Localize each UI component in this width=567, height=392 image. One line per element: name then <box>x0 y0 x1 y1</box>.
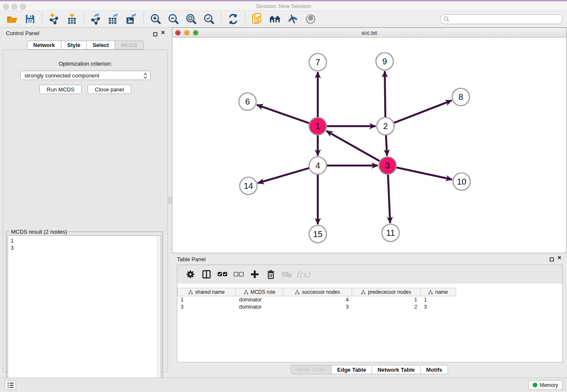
new-network-from-selection-button[interactable] <box>250 12 264 26</box>
application-window: Session: New Session <box>0 0 567 392</box>
apply-layout-button[interactable] <box>226 12 240 26</box>
float-window-icon[interactable] <box>550 256 554 263</box>
export-table-button[interactable] <box>107 12 121 26</box>
tab-network-table[interactable]: Network Table <box>372 365 421 374</box>
table-cell[interactable]: dominator <box>236 296 284 304</box>
table-row[interactable]: 1dominator411 <box>177 296 562 304</box>
table-cell[interactable]: 4 <box>284 296 352 304</box>
graph-node-label: 4 <box>315 161 320 170</box>
graph-edge-1-6[interactable] <box>257 105 309 123</box>
first-neighbors-button[interactable] <box>268 12 282 26</box>
optimization-criterion-select[interactable]: strongly connected component <box>20 71 151 80</box>
tab-select[interactable]: Select <box>87 41 115 50</box>
add-column-button[interactable] <box>247 267 263 282</box>
network-window-title: scc.txt <box>172 30 566 36</box>
mcds-result-title: MCDS result (2 nodes) <box>10 229 68 235</box>
memory-button[interactable]: Memory <box>528 380 563 390</box>
add-column-icon <box>250 270 259 279</box>
column-header-successor-nodes[interactable]: successor nodes <box>284 288 352 296</box>
graph-edge-3-10[interactable] <box>396 167 452 179</box>
export-image-icon <box>126 14 137 25</box>
split-columns-icon <box>202 270 211 279</box>
hierarchy-icon <box>244 290 248 295</box>
task-history-button[interactable] <box>5 380 16 390</box>
network-window-titlebar[interactable]: x – + scc.txt <box>172 28 566 38</box>
table-row[interactable]: 3dominator323 <box>177 304 562 311</box>
gear-button[interactable] <box>182 267 198 282</box>
close-panel-button[interactable]: Close panel <box>88 85 131 94</box>
search-box[interactable] <box>440 14 563 24</box>
table-cell[interactable]: dominator <box>236 304 284 311</box>
first-neighbors-icon <box>269 14 281 24</box>
column-header-predecessor-nodes[interactable]: predecessor nodes <box>352 288 421 296</box>
tab-node-table[interactable]: Node Table <box>291 365 332 374</box>
zoom-fit-button[interactable] <box>184 12 198 26</box>
split-columns-button[interactable] <box>198 267 215 282</box>
table-cell[interactable]: 1 <box>177 296 236 304</box>
delete-table-button[interactable] <box>279 267 295 282</box>
network-canvas[interactable]: 7968124314101511 <box>172 38 566 253</box>
network-view-window: x – + scc.txt 7968124314101511 <box>172 28 567 253</box>
tab-mcds[interactable]: MCDS <box>115 41 143 50</box>
function-builder-button[interactable]: f(x) <box>295 267 311 282</box>
table-cell[interactable]: 3 <box>284 304 352 311</box>
control-panel-tabs: NetworkStyleSelectMCDS <box>0 41 171 50</box>
list-icon <box>7 382 14 388</box>
mcds-panel: Optimization criterion: strongly connect… <box>3 50 168 373</box>
mcds-result-line: 3 <box>11 244 158 251</box>
table-cell[interactable]: 2 <box>352 304 421 311</box>
close-icon[interactable]: ✕ <box>557 255 561 261</box>
hide-selected-button[interactable] <box>286 12 300 26</box>
column-header-name[interactable]: name <box>421 288 456 296</box>
zoom-selected-button[interactable] <box>202 12 216 26</box>
select-all-columns-button[interactable] <box>215 267 231 282</box>
tab-style[interactable]: Style <box>61 41 87 50</box>
search-input[interactable] <box>450 16 562 23</box>
column-header-MCDS-role[interactable]: MCDS role <box>236 288 284 296</box>
zoom-out-button[interactable] <box>166 12 181 26</box>
table-cell[interactable]: 3 <box>177 304 236 311</box>
export-image-button[interactable] <box>124 12 139 26</box>
delete-column-button[interactable] <box>263 267 279 282</box>
graph-edge-2-9[interactable] <box>385 71 385 117</box>
run-mcds-button[interactable]: Run MCDS <box>39 85 82 94</box>
open-file-icon <box>7 14 18 24</box>
float-window-icon[interactable] <box>153 30 157 38</box>
graph-edge-3-1[interactable] <box>326 131 380 161</box>
show-all-button[interactable] <box>303 12 318 26</box>
graph-edge-3-11[interactable] <box>388 174 390 223</box>
graph-edge-2-3[interactable] <box>386 135 387 156</box>
table-cell[interactable]: 3 <box>421 304 456 311</box>
table-header-row: shared nameMCDS rolesuccessor nodesprede… <box>177 288 456 296</box>
export-network-button[interactable] <box>89 12 103 26</box>
mcds-result-text[interactable]: 13 <box>8 235 161 390</box>
close-icon[interactable]: ✕ <box>161 30 165 36</box>
show-all-icon <box>305 14 316 24</box>
optimization-criterion-value: strongly connected component <box>25 72 99 79</box>
graph-edge-2-8[interactable] <box>394 100 452 123</box>
unselect-all-columns-button[interactable] <box>231 267 247 282</box>
tab-motifs[interactable]: Motifs <box>421 365 448 374</box>
zoom-fit-icon <box>186 14 197 25</box>
hierarchy-icon <box>361 290 366 295</box>
tab-edge-table[interactable]: Edge Table <box>332 365 372 374</box>
table-cell[interactable]: 1 <box>421 296 456 304</box>
graph-node-label: 7 <box>315 58 320 67</box>
import-table-icon <box>67 14 77 25</box>
import-network-button[interactable] <box>47 12 61 26</box>
import-table-button[interactable] <box>65 12 79 26</box>
column-header-label: MCDS role <box>250 289 275 295</box>
tab-network[interactable]: Network <box>27 41 61 50</box>
graph-node-label: 1 <box>315 121 320 131</box>
graph-edge-4-14[interactable] <box>258 168 309 183</box>
column-header-label: name <box>435 289 448 295</box>
graph-node-label: 2 <box>383 121 388 131</box>
column-header-shared-name[interactable]: shared name <box>177 288 236 296</box>
result-scrollbar[interactable] <box>157 236 161 389</box>
table-cell[interactable]: 1 <box>352 296 421 304</box>
open-file-button[interactable] <box>5 12 19 26</box>
zoom-in-button[interactable] <box>149 12 163 26</box>
delete-table-icon <box>282 271 292 278</box>
toolbar-separator <box>221 13 221 25</box>
save-session-button[interactable] <box>23 12 37 26</box>
